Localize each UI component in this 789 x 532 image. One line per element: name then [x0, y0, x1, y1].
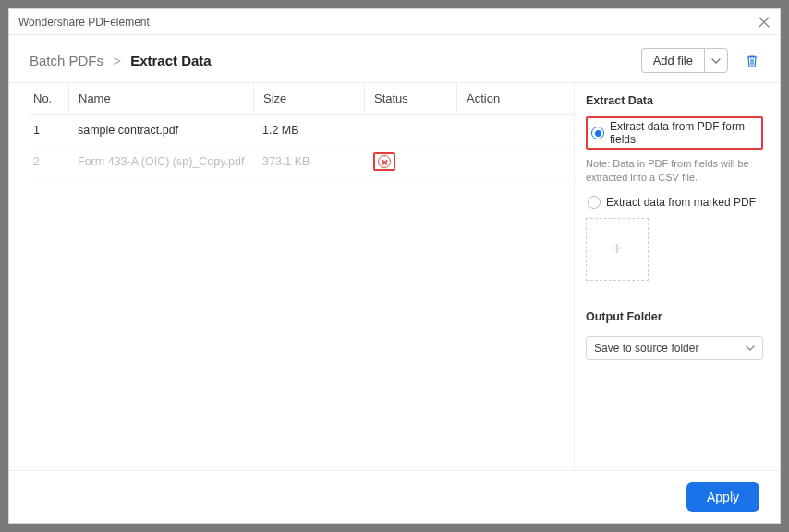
plus-icon: +	[612, 238, 623, 260]
cell-status	[364, 152, 456, 171]
titlebar: Wondershare PDFelement	[9, 9, 780, 35]
cell-name: Form 433-A (OIC) (sp)_Copy.pdf	[68, 155, 253, 168]
table-header: No. Name Size Status Action	[30, 83, 574, 115]
chevron-down-icon	[711, 56, 721, 66]
add-file-button[interactable]: Add file	[641, 48, 704, 73]
add-file-dropdown[interactable]	[704, 48, 728, 73]
option-note: Note: Data in PDF from fields will be ex…	[586, 157, 763, 185]
cell-no: 2	[30, 155, 68, 168]
breadcrumb-separator: >	[113, 53, 121, 68]
add-file-button-group: Add file	[641, 48, 728, 73]
table-row[interactable]: 2 Form 433-A (OIC) (sp)_Copy.pdf 373.1 K…	[30, 146, 574, 177]
output-folder-label: Output Folder	[586, 310, 763, 323]
options-pane: Extract Data Extract data from PDF form …	[575, 83, 780, 470]
output-folder-select[interactable]: Save to source folder	[586, 336, 763, 360]
apply-button[interactable]: Apply	[686, 482, 759, 512]
window: Wondershare PDFelement Batch PDFs > Extr…	[8, 8, 781, 524]
table-row[interactable]: 1 sample contract.pdf 1.2 MB	[30, 115, 574, 146]
content: Batch PDFs > Extract Data Add file	[9, 35, 780, 523]
col-no: No.	[30, 83, 68, 114]
breadcrumb-root[interactable]: Batch PDFs	[30, 53, 103, 68]
trash-icon[interactable]	[745, 54, 759, 68]
delete-row-icon[interactable]	[378, 155, 391, 168]
options-title: Extract Data	[586, 94, 763, 107]
body: No. Name Size Status Action 1 sample con…	[9, 82, 780, 470]
close-icon[interactable]	[758, 16, 771, 29]
option-marked-pdf[interactable]: Extract data from marked PDF	[586, 194, 763, 211]
col-size: Size	[253, 83, 364, 114]
delete-row-highlight	[373, 152, 395, 171]
output-folder-value: Save to source folder	[594, 342, 698, 355]
breadcrumb: Batch PDFs > Extract Data	[30, 53, 212, 68]
option-form-fields[interactable]: Extract data from PDF form fields	[586, 116, 763, 150]
col-status: Status	[364, 83, 456, 114]
dropzone[interactable]: +	[586, 218, 649, 281]
app-title: Wondershare PDFelement	[18, 16, 150, 29]
breadcrumb-leaf: Extract Data	[130, 53, 212, 68]
radio-icon	[591, 127, 604, 139]
chevron-down-icon	[746, 344, 755, 353]
cell-size: 1.2 MB	[253, 124, 364, 137]
col-name: Name	[68, 83, 253, 114]
top-row: Batch PDFs > Extract Data Add file	[9, 35, 780, 82]
cell-name: sample contract.pdf	[68, 124, 253, 137]
cell-size: 373.1 KB	[253, 155, 364, 168]
add-file-group: Add file	[641, 48, 759, 73]
file-table: No. Name Size Status Action 1 sample con…	[30, 83, 574, 177]
footer: Apply	[9, 470, 780, 523]
radio-icon	[588, 196, 601, 209]
option-form-fields-label: Extract data from PDF form fields	[610, 120, 758, 146]
cell-no: 1	[30, 124, 68, 137]
option-marked-pdf-label: Extract data from marked PDF	[606, 196, 756, 209]
col-action: Action	[456, 83, 521, 114]
file-list-pane: No. Name Size Status Action 1 sample con…	[9, 83, 575, 470]
